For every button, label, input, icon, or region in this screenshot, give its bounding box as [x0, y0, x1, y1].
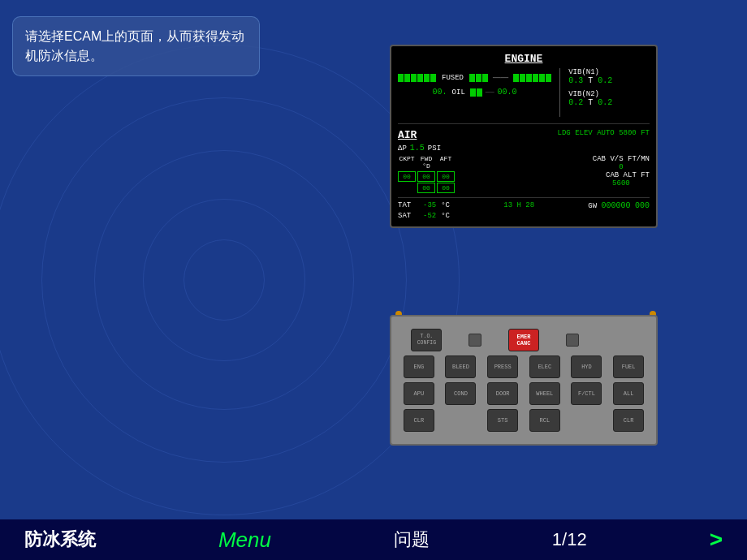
gw-label: GW [588, 202, 597, 210]
control-panel: T.O. CONFIG EMER CANC ENG BLEED PRESS EL… [390, 315, 658, 446]
air-title: AIR [398, 129, 417, 141]
engine-divider [559, 68, 560, 117]
fused-label: FUSED [442, 74, 464, 82]
pressure-row: ΔP 1.5 PSI [398, 144, 650, 153]
cab-section: CKPT FWD °D AFT 00 00 00 00 00 CAB V/S F… [398, 155, 650, 194]
gw-value: 000000 [602, 201, 631, 210]
aft-val: 00 [437, 171, 455, 182]
sat-value: -52 [423, 212, 436, 220]
rcl-button[interactable]: RCL [529, 409, 560, 432]
time-section: 13 H 28 [503, 201, 534, 220]
fused-left-boxes [398, 74, 436, 82]
ldg-elev-value: 5800 [619, 129, 637, 137]
tat-label: TAT [398, 201, 418, 209]
fwd-val: 00 [417, 171, 435, 182]
row2-val2: 00 [437, 183, 455, 193]
ecam-display: ENGINE FUSED —— [390, 45, 658, 228]
cab-alt-label: CAB ALT FT [593, 171, 650, 179]
tat-unit: °C [441, 201, 450, 209]
cab-vs-label: CAB V/S FT/MN [593, 155, 650, 163]
bottom-left-label: 防冰系统 [24, 528, 96, 552]
ldg-elev-mode: AUTO [597, 129, 615, 137]
oil-right-val: 00.0 [498, 88, 517, 97]
fctl-button[interactable]: F/CTL [571, 382, 602, 405]
dp-label: ΔP [398, 144, 407, 153]
time-value: 13 H 28 [503, 201, 534, 209]
bottom-bar: 防冰系统 Menu 问题 1/12 > [0, 519, 747, 560]
vib-n2-values: 0.2 T 0.2 [568, 98, 650, 107]
ckpt-header: CKPT FWD °D AFT [398, 155, 455, 170]
engine-left: FUSED —— 00. OIL [398, 68, 551, 117]
panel-row-4: CLR STS RCL CLR [398, 409, 650, 432]
sat-unit: °C [441, 212, 450, 220]
engine-main: FUSED —— 00. OIL [398, 68, 650, 117]
panel-indicator-1 [468, 334, 481, 347]
ckpt-row2: 00 00 [398, 183, 455, 193]
panel-row-1: T.O. CONFIG EMER CANC [398, 329, 650, 351]
panel-row-2: ENG BLEED PRESS ELEC HYD FUEL [398, 355, 650, 378]
panel-row-3: APU COND DOOR WHEEL F/CTL ALL [398, 382, 650, 405]
ldg-elev-label: LDG ELEV [558, 129, 593, 137]
press-button[interactable]: PRESS [487, 355, 518, 378]
aft-label: AFT [437, 155, 455, 170]
all-button[interactable]: ALL [613, 382, 644, 405]
fuel-button[interactable]: FUEL [613, 355, 644, 378]
engine-title: ENGINE [398, 53, 650, 65]
bottom-page-label: 1/12 [552, 529, 587, 550]
instruction-text: 请选择ECAM上的页面，从而获得发动机防冰信息。 [25, 29, 244, 62]
eng-button[interactable]: ENG [404, 355, 434, 378]
vib-n2-label: VIB(N2) [568, 90, 650, 98]
row2-val1: 00 [417, 183, 435, 193]
to-config-button[interactable]: T.O. CONFIG [411, 329, 442, 351]
tat-value: -35 [423, 201, 436, 209]
fwd-label: FWD °D [417, 155, 435, 170]
clr-button-2[interactable]: CLR [613, 409, 644, 432]
emer-canc-button[interactable]: EMER CANC [508, 329, 539, 351]
tat-row: TAT -35 °C [398, 201, 450, 209]
ldg-elev: LDG ELEV AUTO 5800 FT [558, 129, 650, 137]
tat-sat-section: TAT -35 °C SAT -52 °C 13 H 28 GW 000000 … [398, 197, 650, 220]
ckpt-val: 00 [398, 171, 416, 182]
engine-section: ENGINE FUSED —— [398, 53, 650, 117]
door-button[interactable]: DOOR [487, 382, 518, 405]
gw-section: GW 000000 000 [588, 201, 650, 220]
air-header: AIR LDG ELEV AUTO 5800 FT [398, 129, 650, 141]
instruction-box: 请选择ECAM上的页面，从而获得发动机防冰信息。 [12, 16, 260, 76]
hyd-button[interactable]: HYD [571, 355, 602, 378]
sat-row: SAT -52 °C [398, 212, 450, 220]
elec-button[interactable]: ELEC [529, 355, 560, 378]
panel-spacer-3 [571, 409, 602, 432]
oil-label: OIL [452, 88, 465, 97]
bottom-arrow[interactable]: > [710, 527, 723, 553]
ckpt-table: CKPT FWD °D AFT 00 00 00 00 00 [398, 155, 455, 194]
wheel-button[interactable]: WHEEL [529, 382, 560, 405]
bleed-button[interactable]: BLEED [445, 355, 476, 378]
apu-button[interactable]: APU [404, 382, 434, 405]
cab-alt-value: 5600 [593, 179, 650, 187]
ckpt-row1: 00 00 00 [398, 171, 455, 182]
ldg-elev-unit: FT [641, 129, 650, 137]
vib-n2: VIB(N2) 0.2 T 0.2 [568, 90, 650, 107]
dp-unit: PSI [428, 144, 441, 153]
bottom-menu-label[interactable]: Menu [218, 528, 271, 553]
fused-row: FUSED —— [398, 71, 551, 85]
sts-button[interactable]: STS [487, 409, 518, 432]
panel-indicator-2 [566, 334, 579, 347]
bottom-question-label: 问题 [394, 528, 430, 552]
vib-n1: VIB(N1) 0.3 T 0.2 [568, 68, 650, 85]
gw-unit: 000 [635, 201, 650, 210]
tat-sat-left: TAT -35 °C SAT -52 °C [398, 201, 450, 220]
vib-n1-values: 0.3 T 0.2 [568, 76, 650, 85]
vib-n1-label: VIB(N1) [568, 68, 650, 76]
air-section: AIR LDG ELEV AUTO 5800 FT ΔP 1.5 PSI CKP… [398, 123, 650, 220]
dp-value: 1.5 [410, 144, 425, 153]
fused-right-boxes2 [513, 74, 551, 82]
cab-right: CAB V/S FT/MN 0 CAB ALT FT 5600 [593, 155, 650, 194]
clr-button-1[interactable]: CLR [404, 409, 434, 432]
fused-right-boxes [469, 74, 488, 82]
oil-left-val: 00. [433, 88, 447, 97]
engine-right: VIB(N1) 0.3 T 0.2 VIB(N2) 0.2 T 0.2 [568, 68, 650, 117]
panel-spacer-2 [445, 409, 476, 432]
cond-button[interactable]: COND [445, 382, 476, 405]
cab-vs-value: 0 [593, 163, 650, 171]
